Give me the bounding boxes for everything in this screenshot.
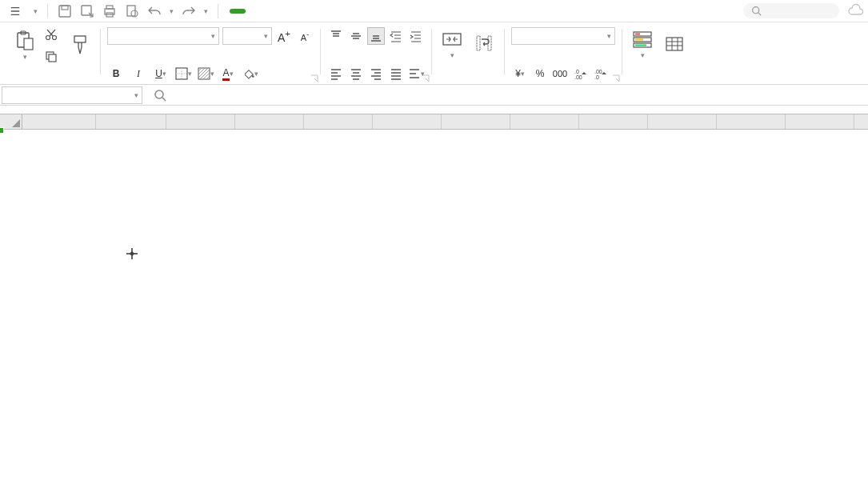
decrease-decimal-button[interactable]: .00.0 [591, 65, 609, 82]
table-style-button[interactable] [661, 32, 688, 56]
decrease-indent-button[interactable] [387, 27, 405, 45]
column-header[interactable] [442, 114, 510, 129]
spacer [0, 106, 868, 114]
tab-view[interactable] [326, 9, 342, 14]
font-color-icon: A [222, 67, 229, 81]
tab-start[interactable] [230, 9, 246, 14]
tab-member[interactable] [358, 9, 374, 14]
comma-button[interactable]: 000 [551, 65, 569, 82]
app-menu-icon[interactable] [5, 4, 26, 18]
chevron-down-icon: ▾ [230, 70, 234, 78]
orientation-icon [408, 67, 421, 80]
undo-dropdown-icon[interactable]: ▾ [170, 7, 174, 15]
column-header[interactable] [717, 114, 786, 129]
cursor-crosshair-icon [126, 248, 138, 259]
merge-center-button[interactable]: ▾ [438, 27, 466, 61]
border-button[interactable]: ▾ [174, 65, 192, 82]
align-right-button[interactable] [367, 65, 385, 82]
column-header[interactable] [373, 114, 442, 129]
svg-text:.00: .00 [574, 74, 582, 80]
grow-font-button[interactable]: A+ [275, 27, 293, 45]
fx-area [144, 86, 868, 104]
scissors-icon [45, 28, 58, 41]
align-top-button[interactable] [327, 27, 345, 45]
print-icon[interactable] [102, 4, 117, 18]
wrap-text-button[interactable] [470, 31, 498, 57]
align-bottom-button[interactable] [367, 27, 385, 45]
chevron-down-icon: ▾ [162, 70, 166, 78]
percent-button[interactable]: % [531, 65, 549, 82]
svg-text:.00: .00 [594, 69, 602, 74]
dialog-launcher-icon[interactable] [422, 74, 430, 82]
redo-icon[interactable] [182, 4, 196, 18]
column-header[interactable] [786, 114, 854, 129]
currency-button[interactable]: ¥▾ [511, 65, 529, 82]
divider [218, 4, 218, 18]
tab-page-layout[interactable] [262, 9, 278, 14]
tab-more[interactable] [374, 9, 390, 14]
select-all-corner[interactable] [0, 114, 22, 129]
tab-dev-tools[interactable] [342, 9, 358, 14]
increase-decimal-button[interactable]: .0.00 [571, 65, 589, 82]
chevron-down-icon: ▾ [210, 70, 214, 78]
cloud-sync-icon[interactable] [847, 3, 863, 19]
brush-icon [70, 34, 90, 55]
column-header[interactable] [96, 114, 166, 129]
group-font: ▾ ▾ A+ A- B I U▾ ▾ ▾ A▾ ▾ [101, 26, 320, 84]
bold-button[interactable]: B [107, 65, 125, 82]
column-header[interactable] [235, 114, 304, 129]
fill-color-button[interactable]: ▾ [242, 65, 259, 82]
format-painter-button[interactable] [66, 33, 94, 58]
quick-access-toolbar: ▾ ▾ [53, 4, 213, 18]
column-header[interactable] [304, 114, 373, 129]
column-headers [0, 114, 868, 130]
zoom-fx-icon[interactable] [154, 89, 166, 102]
svg-rect-11 [24, 38, 33, 50]
save-icon[interactable] [58, 4, 72, 18]
paste-button[interactable]: ▾ [11, 29, 38, 62]
column-header[interactable] [22, 114, 96, 129]
chevron-down-icon: ▾ [641, 51, 645, 59]
column-header[interactable] [648, 114, 717, 129]
cut-button[interactable] [43, 27, 62, 42]
chevron-down-icon: ▾ [134, 91, 138, 99]
font-name-select[interactable]: ▾ [107, 27, 219, 45]
formula-input[interactable] [179, 86, 858, 104]
column-header[interactable] [579, 114, 648, 129]
align-middle-button[interactable] [347, 27, 365, 45]
underline-button[interactable]: U▾ [152, 65, 170, 82]
tab-review[interactable] [310, 9, 326, 14]
font-size-select[interactable]: ▾ [222, 27, 272, 45]
increase-decimal-icon: .0.00 [574, 67, 586, 80]
tab-data[interactable] [294, 9, 310, 14]
undo-icon[interactable] [147, 4, 162, 18]
redo-dropdown-icon[interactable]: ▾ [204, 7, 208, 15]
italic-button[interactable]: I [130, 65, 147, 82]
align-top-icon [330, 30, 342, 42]
ribbon-tabs [230, 9, 390, 14]
column-header[interactable] [510, 114, 579, 129]
column-header[interactable] [166, 114, 235, 129]
tab-insert[interactable] [246, 9, 262, 14]
conditional-format-button[interactable]: ▾ [629, 27, 656, 61]
print-preview-icon[interactable] [125, 4, 139, 18]
shrink-font-button[interactable]: A- [296, 27, 314, 45]
fill-pattern-button[interactable]: ▾ [197, 65, 214, 82]
font-color-button[interactable]: A▾ [219, 65, 237, 82]
number-format-select[interactable]: ▾ [511, 27, 615, 45]
save-as-icon[interactable] [80, 4, 94, 18]
name-box[interactable]: ▾ [2, 86, 142, 104]
copy-button[interactable] [43, 50, 62, 64]
outdent-icon [390, 30, 402, 42]
increase-indent-button[interactable] [407, 27, 425, 45]
conditional-format-icon [632, 29, 653, 50]
dialog-launcher-icon[interactable] [310, 74, 318, 82]
dialog-launcher-icon[interactable] [612, 74, 620, 82]
align-left-button[interactable] [327, 65, 345, 82]
align-center-button[interactable] [347, 65, 365, 82]
tab-formula[interactable] [278, 9, 294, 14]
menubar: ▾ ▾ ▾ [0, 0, 868, 22]
justify-button[interactable] [387, 65, 405, 82]
file-menu[interactable]: ▾ [27, 6, 42, 17]
search-input[interactable] [743, 3, 839, 18]
